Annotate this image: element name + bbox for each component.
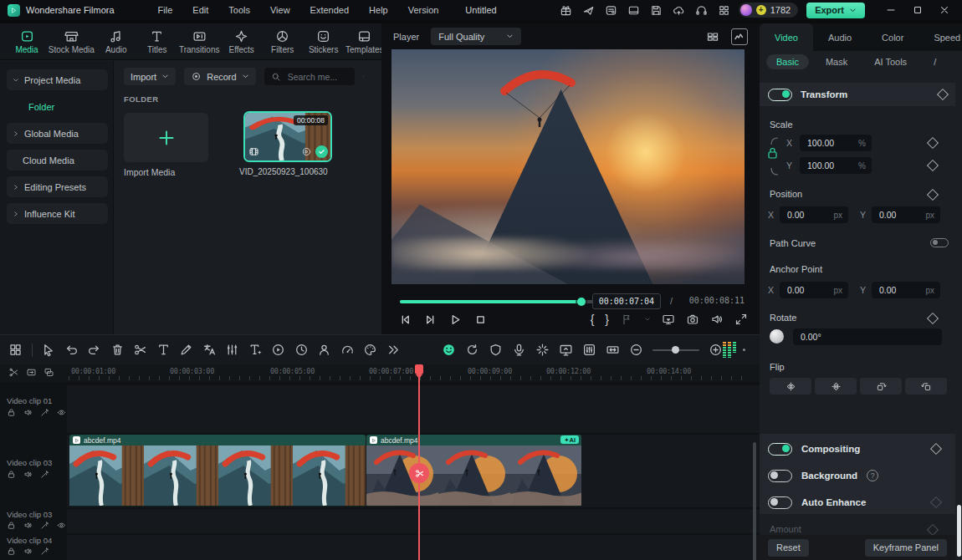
- tab-titles[interactable]: Titles: [141, 29, 174, 54]
- search-input[interactable]: [286, 71, 348, 83]
- video-scope-icon[interactable]: [731, 28, 748, 45]
- properties-scrollbar[interactable]: [957, 505, 961, 557]
- zoom-slider-handle[interactable]: [672, 346, 679, 354]
- sidebar-item-cloud-media[interactable]: Cloud Media: [7, 150, 108, 171]
- rotate-ccw-button[interactable]: [905, 378, 947, 395]
- track-volume-icon[interactable]: [23, 470, 33, 479]
- text-tool-icon[interactable]: [156, 343, 171, 357]
- playhead-handle[interactable]: [415, 364, 423, 374]
- help-icon[interactable]: ?: [867, 470, 878, 481]
- menu-version[interactable]: Version: [408, 5, 439, 15]
- undo-icon[interactable]: [64, 343, 79, 357]
- track-wand-icon[interactable]: [40, 408, 49, 417]
- ai-clock-icon[interactable]: [294, 343, 309, 357]
- apps-grid-icon[interactable]: [718, 4, 730, 17]
- fullscreen-button[interactable]: [734, 313, 748, 326]
- compositing-toggle[interactable]: [768, 443, 792, 456]
- delete-icon[interactable]: [110, 343, 125, 357]
- voiceover-mic-icon[interactable]: [512, 343, 526, 357]
- flip-vertical-button[interactable]: [815, 378, 857, 395]
- position-x-input[interactable]: [785, 209, 830, 221]
- auto-enhance-toggle[interactable]: [768, 496, 792, 509]
- import-media-card[interactable]: [124, 113, 208, 162]
- reset-button[interactable]: Reset: [768, 539, 809, 557]
- background-toggle[interactable]: [768, 470, 792, 482]
- timeline-clip[interactable]: abcdef.mp4✦AI: [366, 435, 581, 507]
- scale-x-field[interactable]: %: [800, 135, 872, 151]
- select-tool-icon[interactable]: [41, 343, 55, 357]
- position-y-field[interactable]: px: [872, 206, 940, 223]
- tab-filters[interactable]: Filters: [266, 29, 299, 54]
- tab-templates[interactable]: Templates: [348, 29, 381, 54]
- snapshot-button[interactable]: [686, 313, 699, 326]
- menu-tools[interactable]: Tools: [228, 5, 250, 15]
- transform-toggle[interactable]: [768, 89, 792, 101]
- more-options-icon[interactable]: [372, 70, 373, 83]
- current-timecode[interactable]: 00:00:07:04: [592, 293, 661, 309]
- track-lock-icon[interactable]: [7, 408, 16, 417]
- rotate-cw-button[interactable]: [860, 378, 902, 395]
- screen-record-icon[interactable]: [559, 343, 573, 357]
- minimize-button[interactable]: [885, 4, 897, 16]
- redo-icon[interactable]: [87, 343, 101, 357]
- play-button[interactable]: [448, 313, 463, 327]
- rotate-knob[interactable]: [770, 329, 784, 344]
- marker-caret-icon[interactable]: [644, 316, 651, 323]
- ai-portrait-icon[interactable]: [317, 343, 331, 357]
- import-button[interactable]: Import: [124, 68, 176, 85]
- media-browser-icon[interactable]: [8, 343, 23, 357]
- flip-horizontal-button[interactable]: [770, 378, 811, 395]
- track-lane[interactable]: [67, 385, 760, 433]
- preview-device-button[interactable]: [662, 313, 675, 326]
- menu-view[interactable]: View: [270, 5, 290, 15]
- filter-icon[interactable]: [363, 70, 364, 83]
- subtab-ai-tools[interactable]: AI Tools: [864, 54, 917, 69]
- path-curve-toggle[interactable]: [930, 238, 949, 247]
- tab-transitions[interactable]: Transitions: [182, 29, 217, 54]
- track-volume-icon[interactable]: [23, 521, 33, 530]
- sidebar-item-project-media[interactable]: Project Media: [7, 69, 108, 90]
- gift-icon[interactable]: [560, 4, 572, 17]
- tab-effects[interactable]: Effects: [225, 29, 258, 54]
- transform-keyframe-icon[interactable]: [937, 89, 949, 100]
- avatar[interactable]: [740, 4, 752, 16]
- snip-mode-icon[interactable]: [8, 367, 19, 378]
- zoom-out-icon[interactable]: [629, 343, 643, 357]
- audio-mixer-icon[interactable]: [582, 343, 596, 357]
- playhead[interactable]: [418, 364, 420, 560]
- menu-extended[interactable]: Extended: [310, 5, 349, 15]
- anchor-x-input[interactable]: [785, 284, 830, 296]
- zoom-slider[interactable]: [652, 349, 699, 351]
- render-preview-icon[interactable]: [442, 343, 456, 357]
- auto-ripple-icon[interactable]: [26, 367, 37, 378]
- subtab-mask[interactable]: Mask: [816, 54, 857, 69]
- motion-track-icon[interactable]: [271, 343, 285, 357]
- position-keyframe-icon[interactable]: [927, 189, 939, 201]
- mark-in-button[interactable]: {: [591, 313, 595, 326]
- stop-button[interactable]: [473, 313, 488, 327]
- beat-detect-icon[interactable]: [535, 343, 550, 357]
- marker-button[interactable]: [620, 313, 633, 326]
- mark-out-button[interactable]: }: [605, 313, 609, 326]
- meter-caret-icon[interactable]: [743, 349, 745, 351]
- loop-playback-icon[interactable]: [465, 343, 479, 357]
- save-icon[interactable]: [650, 4, 663, 17]
- zoom-in-icon[interactable]: [709, 343, 723, 357]
- timeline-clip[interactable]: abcdef.mp4: [69, 435, 366, 507]
- scale-y-keyframe-icon[interactable]: [927, 160, 939, 171]
- audio-meter-icon[interactable]: [723, 342, 736, 358]
- track-manager-icon[interactable]: [43, 367, 54, 378]
- track-wand-icon[interactable]: [40, 521, 49, 530]
- audio-adjust-icon[interactable]: [225, 343, 239, 357]
- more-tools-icon[interactable]: [386, 343, 401, 357]
- promotion-icon[interactable]: [582, 4, 595, 17]
- video-preview[interactable]: [391, 49, 745, 284]
- tab-stickers[interactable]: Stickers: [307, 29, 340, 54]
- scale-x-input[interactable]: [806, 137, 855, 149]
- previous-frame-button[interactable]: [398, 313, 412, 327]
- subtab-basic[interactable]: Basic: [766, 54, 809, 69]
- split-icon[interactable]: [133, 343, 147, 357]
- rotate-keyframe-icon[interactable]: [927, 313, 939, 324]
- draw-mask-icon[interactable]: [179, 343, 193, 357]
- tab-audio[interactable]: Audio: [100, 29, 133, 54]
